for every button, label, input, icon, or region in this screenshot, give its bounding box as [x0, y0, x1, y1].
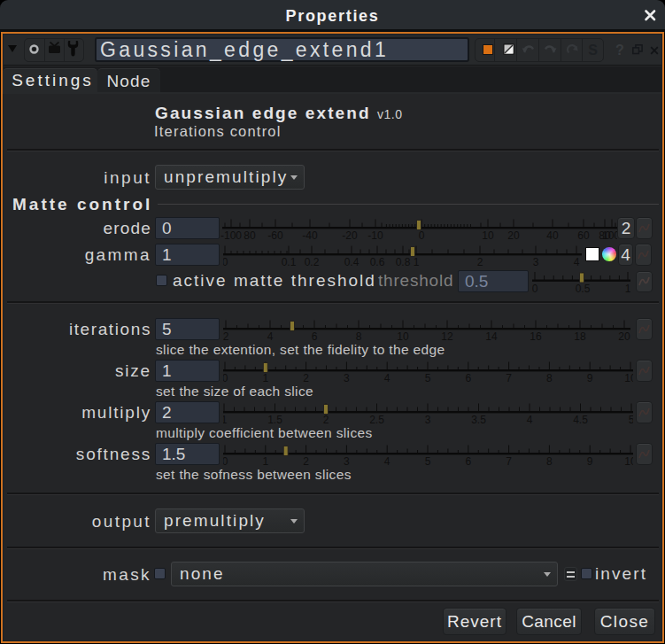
- svg-text:3: 3: [344, 372, 350, 384]
- svg-text:0: 0: [223, 256, 228, 268]
- svg-text:8: 8: [546, 372, 553, 384]
- svg-text:5: 5: [425, 372, 431, 384]
- svg-text:0.5: 0.5: [576, 283, 591, 295]
- svg-text:10: 10: [624, 455, 633, 468]
- svg-text:10: 10: [482, 229, 494, 242]
- svg-text:20: 20: [618, 330, 630, 343]
- svg-text:2: 2: [223, 330, 229, 343]
- svg-text:4: 4: [527, 414, 533, 426]
- svg-text:4: 4: [267, 330, 274, 343]
- svg-text:3: 3: [425, 414, 431, 426]
- svg-text:0.6: 0.6: [370, 256, 385, 268]
- svg-text:8: 8: [356, 330, 362, 343]
- svg-text:16: 16: [530, 330, 542, 343]
- svg-text:10: 10: [397, 330, 409, 343]
- svg-text:1: 1: [262, 455, 268, 468]
- svg-text:-10: -10: [367, 229, 383, 242]
- svg-text:0.8: 0.8: [396, 256, 411, 268]
- svg-text:-60: -60: [267, 229, 283, 242]
- svg-text:0.2: 0.2: [305, 256, 320, 268]
- svg-text:80: 80: [244, 229, 256, 242]
- svg-text:3.5: 3.5: [471, 414, 486, 426]
- svg-text:2: 2: [303, 455, 309, 468]
- svg-text:9: 9: [587, 372, 593, 384]
- svg-text:1: 1: [625, 283, 630, 295]
- svg-text:8: 8: [546, 455, 553, 468]
- svg-text:100: 100: [602, 229, 617, 242]
- svg-text:0.4: 0.4: [344, 256, 360, 268]
- svg-text:3: 3: [344, 455, 350, 468]
- svg-text:1: 1: [262, 372, 268, 384]
- svg-text:4: 4: [384, 455, 390, 468]
- svg-text:20: 20: [507, 229, 520, 242]
- svg-text:4: 4: [574, 256, 580, 268]
- svg-text:6: 6: [312, 330, 318, 343]
- svg-text:2: 2: [323, 414, 329, 426]
- svg-text:2: 2: [477, 256, 483, 268]
- svg-text:6: 6: [465, 455, 471, 468]
- svg-text:14: 14: [485, 330, 498, 343]
- svg-text:2: 2: [303, 372, 309, 384]
- svg-text:9: 9: [587, 455, 593, 468]
- svg-text:5: 5: [629, 414, 633, 426]
- svg-text:4.5: 4.5: [573, 414, 588, 426]
- svg-text:1: 1: [414, 256, 420, 268]
- svg-text:18: 18: [574, 330, 586, 343]
- svg-text:40: 40: [546, 229, 559, 242]
- svg-text:12: 12: [441, 330, 453, 343]
- svg-text:0: 0: [532, 283, 538, 295]
- svg-text:-40: -40: [302, 229, 318, 242]
- svg-text:2.5: 2.5: [369, 414, 384, 426]
- svg-text:0: 0: [419, 229, 425, 242]
- svg-text:6: 6: [465, 372, 471, 384]
- svg-text:0.1: 0.1: [282, 256, 297, 268]
- svg-text:0: 0: [223, 455, 228, 468]
- svg-text:5: 5: [425, 455, 431, 468]
- svg-text:3: 3: [533, 256, 539, 268]
- svg-text:-100: -100: [220, 229, 242, 242]
- svg-text:60: 60: [577, 229, 590, 242]
- svg-text:10: 10: [624, 372, 633, 384]
- svg-text:1.5: 1.5: [267, 414, 282, 426]
- svg-text:7: 7: [506, 372, 512, 384]
- svg-text:4: 4: [384, 372, 390, 384]
- svg-text:-20: -20: [342, 229, 358, 242]
- svg-text:1: 1: [223, 414, 228, 426]
- svg-text:7: 7: [506, 455, 512, 468]
- svg-text:0: 0: [223, 372, 228, 384]
